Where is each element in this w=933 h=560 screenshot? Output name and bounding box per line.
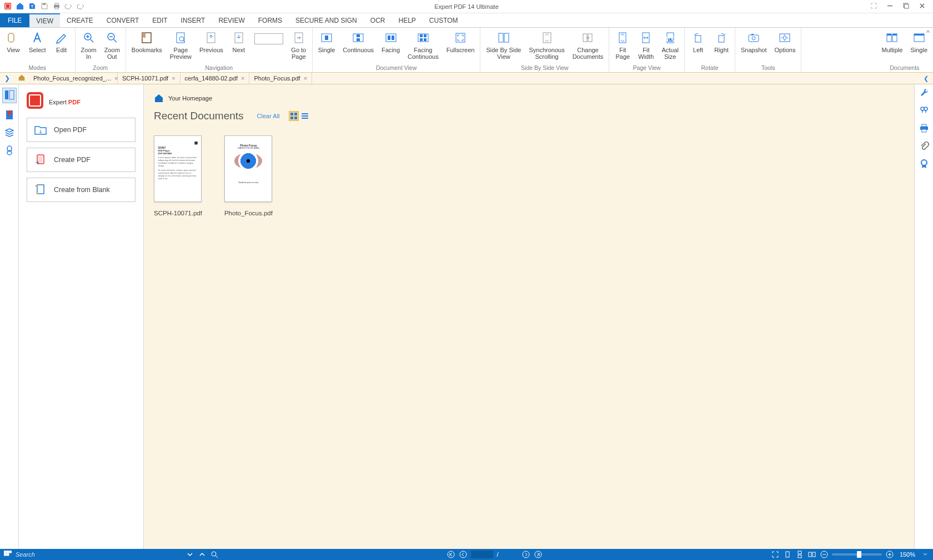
menu-create[interactable]: CREATE xyxy=(60,13,100,27)
expand-panel-icon[interactable]: ❯ xyxy=(0,74,14,82)
print-icon[interactable] xyxy=(52,2,61,12)
fit-icon[interactable] xyxy=(871,3,877,10)
home-icon[interactable] xyxy=(16,2,24,12)
menu-review[interactable]: REVIEW xyxy=(212,13,251,27)
mode-edit-button[interactable]: Edit xyxy=(51,29,73,64)
fit-width-button[interactable]: Fit Width xyxy=(635,29,657,64)
docs-multiple-button[interactable]: Multiple xyxy=(879,29,906,64)
attach-panel-icon[interactable] xyxy=(919,141,929,152)
redo-icon[interactable] xyxy=(77,2,86,12)
menu-file[interactable]: FILE xyxy=(0,13,29,27)
menu-view[interactable]: VIEW xyxy=(29,13,60,27)
last-page-icon[interactable] xyxy=(534,550,543,559)
menu-custom[interactable]: CUSTOM xyxy=(423,13,465,27)
home-tab-icon[interactable] xyxy=(14,74,29,83)
facing-sb-icon[interactable] xyxy=(807,550,816,559)
close-icon[interactable] xyxy=(919,3,925,10)
print-panel-icon[interactable] xyxy=(919,123,929,134)
tools-panel-icon[interactable] xyxy=(919,88,929,99)
close-tab-icon[interactable]: × xyxy=(241,75,244,82)
page-number-input[interactable] xyxy=(251,29,287,64)
document-tab[interactable]: Photo_Focus.pdf× xyxy=(249,72,312,84)
list-view-icon[interactable] xyxy=(300,111,310,121)
page-current-input[interactable] xyxy=(471,551,493,558)
cert-panel-icon[interactable] xyxy=(919,159,929,170)
facing-continuous-button[interactable]: Facing Continuous xyxy=(404,29,442,64)
page-preview-button[interactable]: Page Preview xyxy=(167,29,195,64)
mode-view-button[interactable]: View xyxy=(2,29,24,64)
menu-help[interactable]: HELP xyxy=(392,13,422,27)
snapshot-button[interactable]: Snapshot xyxy=(738,29,770,64)
facing-view-button[interactable]: Facing xyxy=(378,29,403,64)
menu-convert[interactable]: CONVERT xyxy=(100,13,146,27)
grid-icon[interactable] xyxy=(3,550,12,559)
create-blank-button[interactable]: Create from Blank xyxy=(27,178,136,202)
collapse-ribbon-icon[interactable]: ^ xyxy=(926,29,930,37)
previous-button[interactable]: Previous xyxy=(196,29,227,64)
menu-edit[interactable]: EDIT xyxy=(146,13,174,27)
collapse-right-icon[interactable]: ❮ xyxy=(924,75,933,82)
ribbon-group-documents: Multiple Single Documents xyxy=(876,28,933,72)
layers-panel-icon[interactable] xyxy=(4,128,14,139)
search-panel-icon[interactable] xyxy=(919,105,929,117)
save-icon[interactable] xyxy=(40,2,49,12)
close-tab-icon[interactable]: × xyxy=(304,75,307,82)
search-input[interactable] xyxy=(16,550,182,559)
next-button[interactable]: Next xyxy=(228,29,250,64)
zoom-in-button[interactable]: Zoom In xyxy=(78,29,100,64)
menu-secure[interactable]: SECURE AND SIGN xyxy=(289,13,364,27)
fullscreen-button[interactable]: Fullscreen xyxy=(443,29,478,64)
next-page-icon[interactable] xyxy=(521,550,530,559)
bookmarks-panel-icon[interactable] xyxy=(4,110,14,121)
undo-icon[interactable] xyxy=(64,2,73,12)
fit-page-button[interactable]: Fit Page xyxy=(611,29,634,64)
goto-page-button[interactable]: Go to Page xyxy=(288,29,310,64)
sync-scroll-button[interactable]: Synchronous Scrolling xyxy=(525,29,568,64)
attachments-panel-icon[interactable] xyxy=(4,145,14,157)
svg-rect-44 xyxy=(751,34,754,35)
actual-size-button[interactable]: 100Actual Size xyxy=(658,29,682,64)
document-tab[interactable]: SCPH-10071.pdf× xyxy=(118,72,180,84)
chevron-up-icon[interactable] xyxy=(198,550,207,559)
prev-page-icon[interactable] xyxy=(459,550,468,559)
search-icon[interactable] xyxy=(210,550,219,559)
zoom-dropdown-icon[interactable] xyxy=(921,550,930,559)
maximize-icon[interactable] xyxy=(903,3,909,10)
open-pdf-button[interactable]: Open PDF xyxy=(27,118,136,142)
zoom-slider[interactable] xyxy=(832,553,882,556)
menu-forms[interactable]: FORMS xyxy=(252,13,289,27)
recent-document[interactable]: ■ SONYDVD PlayerDVP-NS708H Lorem ipsum d… xyxy=(154,135,202,216)
chevron-down-icon[interactable] xyxy=(185,550,194,559)
clear-all-link[interactable]: Clear All xyxy=(257,113,280,119)
side-by-side-button[interactable]: Side By Side View xyxy=(483,29,524,64)
zoom-out-sb-icon[interactable] xyxy=(820,550,829,559)
continuous-sb-icon[interactable] xyxy=(795,550,804,559)
change-documents-button[interactable]: Change Documents xyxy=(569,29,607,64)
options-button[interactable]: Options xyxy=(771,29,799,64)
recent-document[interactable]: Photo Focus [DATES POS D'E NIME] Guide d… xyxy=(224,135,273,216)
minimize-icon[interactable] xyxy=(887,3,893,10)
create-pdf-button[interactable]: Create PDF xyxy=(27,148,136,172)
document-tab[interactable]: cerfa_14880-02.pdf× xyxy=(180,72,250,84)
thumbnails-panel-icon[interactable] xyxy=(2,88,17,103)
mode-select-button[interactable]: Select xyxy=(26,29,49,64)
close-tab-icon[interactable]: × xyxy=(172,75,175,82)
continuous-view-button[interactable]: Continuous xyxy=(339,29,377,64)
rotate-right-button[interactable]: Right xyxy=(710,29,733,64)
single-sb-icon[interactable] xyxy=(783,550,792,559)
zoom-out-button[interactable]: Zoom Out xyxy=(101,29,123,64)
menu-ocr[interactable]: OCR xyxy=(364,13,392,27)
work-area: Expert PDF Open PDF Create PDF Create fr… xyxy=(0,84,933,549)
rotate-left-button[interactable]: Left xyxy=(687,29,709,64)
grid-view-icon[interactable] xyxy=(289,111,299,121)
document-tab[interactable]: Photo_Focus_recognized_...× xyxy=(29,72,118,84)
bookmarks-button[interactable]: Bookmarks xyxy=(128,29,165,64)
single-view-button[interactable]: Single xyxy=(315,29,339,64)
breadcrumb[interactable]: Your Homepage xyxy=(154,93,904,103)
first-page-icon[interactable] xyxy=(447,550,455,559)
zoom-level[interactable]: 150% xyxy=(897,551,917,558)
convert-icon[interactable] xyxy=(28,2,37,12)
fit-page-sb-icon[interactable] xyxy=(771,550,780,559)
zoom-in-sb-icon[interactable] xyxy=(885,550,894,559)
menu-insert[interactable]: INSERT xyxy=(174,13,212,27)
